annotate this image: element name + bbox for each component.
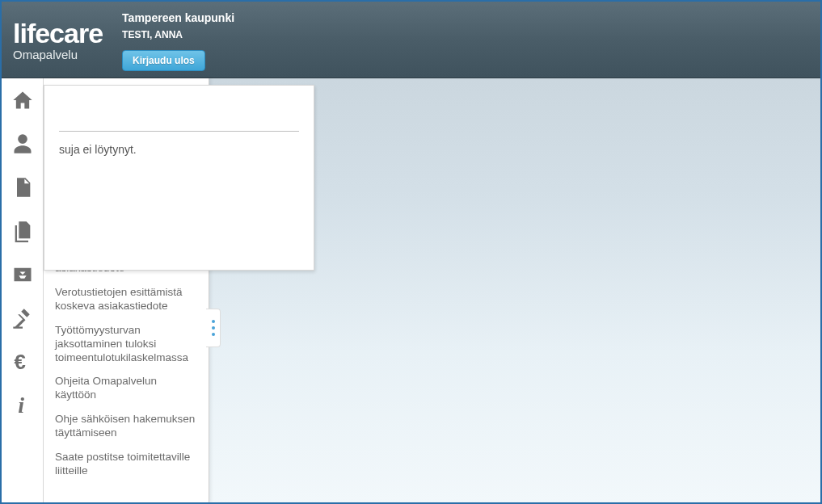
svg-text:i: i: [18, 394, 24, 417]
org-name: Tampereen kaupunki: [122, 11, 234, 24]
content-card: suja ei löytynyt.: [44, 85, 314, 271]
logo-main: lifecare: [13, 19, 103, 47]
inbox-icon[interactable]: [11, 262, 35, 287]
svg-text:€: €: [14, 351, 25, 373]
euro-icon[interactable]: €: [11, 350, 35, 374]
empty-message: suja ei löytynyt.: [59, 143, 299, 156]
app-header: lifecare Omapalvelu Tampereen kaupunki T…: [2, 2, 820, 78]
logo-sub: Omapalvelu: [13, 48, 103, 61]
person-icon[interactable]: [11, 132, 35, 156]
info-icon[interactable]: i: [11, 393, 35, 418]
user-name: TESTI, ANNA: [122, 29, 234, 40]
logo: lifecare Omapalvelu: [13, 19, 103, 61]
user-block: Tampereen kaupunki TESTI, ANNA Kirjaudu …: [122, 11, 234, 71]
documents-icon[interactable]: [11, 219, 35, 243]
logout-button[interactable]: Kirjaudu ulos: [122, 50, 205, 71]
main-area: suja ei löytynyt.: [44, 78, 820, 502]
card-divider: [59, 131, 299, 132]
home-icon[interactable]: [11, 88, 35, 112]
gavel-icon[interactable]: [11, 306, 35, 330]
sidebar: € i: [2, 78, 44, 502]
new-document-icon[interactable]: [11, 175, 35, 200]
